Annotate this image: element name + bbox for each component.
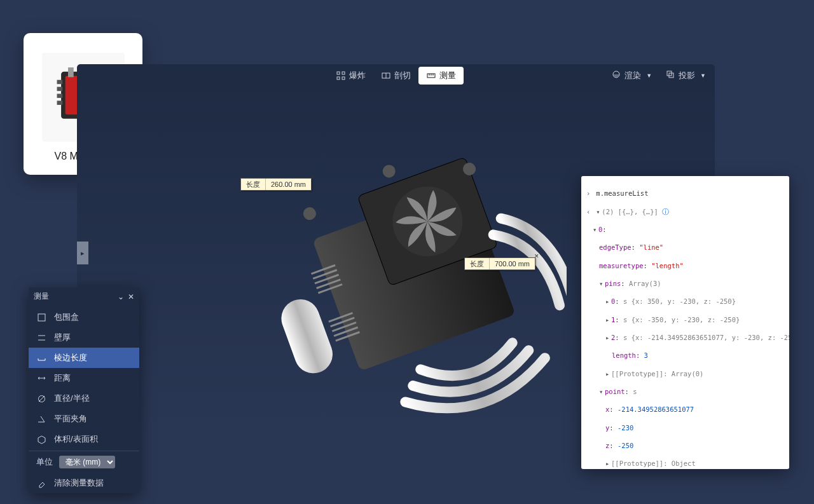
measure-tool-list: 包围盒 壁厚 棱边长度 距离 直径/半径 平面夹角 体积/表面积: [29, 306, 139, 451]
section-icon: [381, 71, 390, 80]
svg-rect-5: [57, 80, 62, 85]
eraser-icon: [36, 479, 46, 488]
close-icon[interactable]: ✕: [128, 292, 134, 301]
measure-label-key: 长度: [241, 179, 266, 190]
measure-item-volume[interactable]: 体积/表面积: [29, 429, 139, 449]
collapse-icon[interactable]: ⌄: [118, 292, 124, 301]
mode-group: 爆炸 剖切 测量: [328, 67, 464, 85]
unit-label: 单位: [36, 456, 53, 468]
mode-explode[interactable]: 爆炸: [328, 67, 373, 85]
measure-item-label: 平面夹角: [54, 413, 87, 425]
distance-icon: [36, 374, 46, 383]
volume-icon: [36, 435, 46, 444]
svg-rect-6: [57, 87, 62, 92]
projection-icon: [666, 70, 675, 81]
clear-label: 清除测量数据: [54, 477, 104, 489]
measure-item-bbox[interactable]: 包围盒: [29, 307, 139, 327]
mode-section-label: 剖切: [394, 70, 411, 81]
svg-rect-7: [57, 94, 62, 99]
measure-label-value: 260.00 mm: [266, 179, 311, 190]
mode-explode-label: 爆炸: [349, 70, 366, 81]
measure-item-distance[interactable]: 距离: [29, 368, 139, 388]
measure-item-diameter[interactable]: 直径/半径: [29, 388, 139, 409]
svg-rect-2: [68, 67, 74, 77]
svg-marker-53: [39, 482, 45, 487]
console-body[interactable]: › m.measureList ‹ ▾(2) [{…}, {…}] ⓘ ▾0: …: [581, 176, 789, 469]
svg-rect-15: [337, 77, 340, 79]
diameter-icon: [36, 394, 46, 404]
svg-point-40: [301, 205, 318, 222]
svg-rect-13: [337, 72, 340, 74]
edge-icon: [36, 353, 46, 363]
measure-item-label: 包围盒: [54, 311, 79, 323]
mode-measure-label: 测量: [439, 70, 456, 81]
svg-rect-39: [276, 294, 338, 379]
close-icon[interactable]: ✕: [532, 252, 541, 261]
measure-item-label: 壁厚: [54, 332, 71, 343]
measure-item-wall[interactable]: 壁厚: [29, 327, 139, 348]
expand-sidebar-tab[interactable]: ▸: [77, 242, 88, 264]
devtools-console[interactable]: › m.measureList ‹ ▾(2) [{…}, {…}] ⓘ ▾0: …: [581, 176, 789, 469]
measure-panel-title: 测量: [34, 291, 49, 302]
projection-dropdown[interactable]: 投影 ▼: [666, 70, 706, 81]
measure-item-label: 距离: [54, 372, 71, 384]
mode-section[interactable]: 剖切: [373, 67, 418, 85]
measure-item-label: 体积/表面积: [54, 433, 98, 445]
close-icon[interactable]: ✕: [308, 172, 317, 181]
bbox-icon: [36, 313, 46, 322]
svg-line-51: [39, 396, 45, 402]
chevron-down-icon: ▼: [646, 72, 652, 79]
measure-item-angle[interactable]: 平面夹角: [29, 409, 139, 429]
render-icon: [612, 70, 621, 81]
chevron-down-icon: ▼: [700, 72, 706, 79]
measure-panel: 测量 ⌄ ✕ 包围盒 壁厚 棱边长度 距离 直径/半径 平面夹角: [29, 287, 139, 493]
svg-rect-16: [342, 77, 345, 79]
measure-item-edge[interactable]: 棱边长度: [29, 348, 139, 368]
render-label: 渲染: [624, 70, 641, 81]
measure-item-label: 直径/半径: [54, 393, 90, 404]
measure-item-label: 棱边长度: [54, 352, 87, 364]
svg-rect-14: [342, 72, 345, 74]
render-dropdown[interactable]: 渲染 ▼: [612, 70, 652, 81]
measure-label-1[interactable]: 长度 700.00 mm ✕: [464, 257, 535, 270]
unit-select[interactable]: 毫米 (mm): [59, 456, 115, 468]
projection-label: 投影: [679, 70, 695, 81]
svg-rect-43: [38, 314, 45, 321]
mode-measure[interactable]: 测量: [418, 67, 464, 85]
viewer-toolbar: 爆炸 剖切 测量 渲染 ▼: [77, 64, 715, 86]
angle-icon: [36, 414, 46, 424]
svg-rect-8: [57, 100, 62, 105]
explode-icon: [336, 71, 345, 80]
measure-icon: [426, 71, 436, 80]
clear-measurements[interactable]: 清除测量数据: [29, 473, 139, 493]
svg-marker-52: [38, 436, 45, 444]
measure-label-key: 长度: [465, 258, 490, 269]
engine-model[interactable]: [261, 112, 567, 430]
measure-label-0[interactable]: 长度 260.00 mm ✕: [240, 178, 312, 191]
measure-label-value: 700.00 mm: [490, 258, 535, 269]
svg-point-41: [381, 163, 397, 180]
wall-icon: [36, 333, 46, 343]
